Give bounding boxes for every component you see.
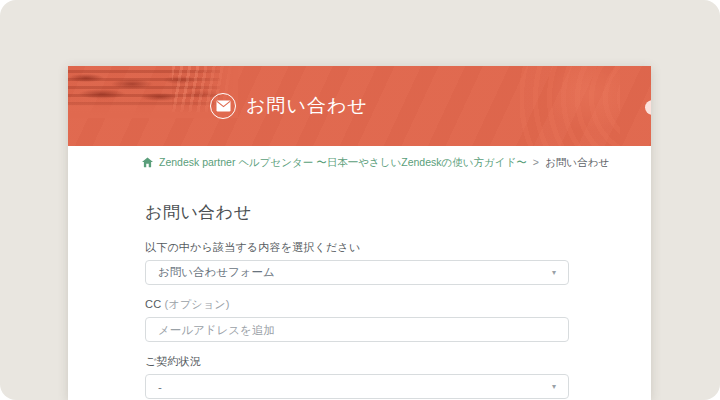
contact-form: お問い合わせ 以下の中から該当する内容を選択ください お問い合わせフォーム ▾ … [68,201,651,400]
cc-input[interactable] [145,317,569,342]
breadcrumb-current-page: お問い合わせ [545,155,609,169]
chevron-down-icon: ▾ [552,383,556,391]
contract-status-label: ご契約状況 [145,354,569,369]
contract-status-select-value: - [158,381,162,393]
home-icon[interactable] [142,157,153,168]
cc-label-text: CC [145,298,161,310]
breadcrumb: Zendesk partner ヘルプセンター 〜日本一やさしいZendeskの… [68,146,651,169]
chevron-down-icon: ▾ [552,269,556,277]
breadcrumb-separator: > [533,155,539,169]
header-title: お問い合わせ [246,93,368,119]
screenshot-frame: お問い合わせ Zendesk partner ヘルプセンター 〜日本一やさしいZ… [0,0,720,400]
inquiry-form-select[interactable]: お問い合わせフォーム ▾ [145,260,569,285]
envelope-icon [210,93,236,119]
cc-field: CC (オプション) [145,297,569,342]
page-title: お問い合わせ [145,201,569,224]
inquiry-type-label: 以下の中から該当する内容を選択ください [145,240,569,255]
breadcrumb-link-help-center[interactable]: Zendesk partner ヘルプセンター 〜日本一やさしいZendeskの… [159,155,527,169]
inquiry-form-select-value: お問い合わせフォーム [158,265,275,280]
page-header: お問い合わせ [68,66,651,146]
contract-status-field: ご契約状況 - ▾ [145,354,569,399]
help-center-page: お問い合わせ Zendesk partner ヘルプセンター 〜日本一やさしいZ… [68,66,651,400]
header-title-group: お問い合わせ [210,66,368,146]
contract-status-select[interactable]: - ▾ [145,374,569,399]
inquiry-type-field: 以下の中から該当する内容を選択ください お問い合わせフォーム ▾ [145,240,569,285]
cc-label: CC (オプション) [145,297,569,312]
cc-label-optional: (オプション) [165,298,230,310]
header-photo-texture-right [520,66,620,146]
